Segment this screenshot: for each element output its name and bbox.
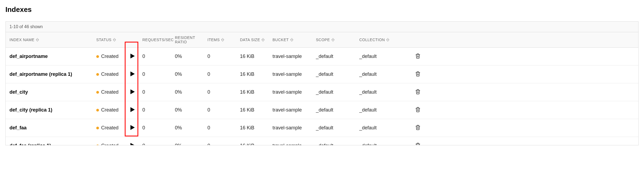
- index-name-cell: def_airportname: [6, 49, 92, 64]
- col-collection-label: COLLECTION: [359, 38, 385, 42]
- col-resident: RESIDENT RATIO: [171, 32, 204, 47]
- col-actions: [410, 37, 426, 43]
- delete-button[interactable]: [414, 141, 422, 145]
- bucket-cell: travel-sample: [269, 139, 312, 145]
- status-cell: Created: [96, 125, 118, 131]
- delete-button[interactable]: [414, 70, 422, 79]
- status-dot-icon: [96, 145, 99, 145]
- col-items[interactable]: ITEMS: [204, 34, 236, 45]
- play-button[interactable]: [129, 70, 136, 78]
- status-cell: Created: [96, 54, 118, 59]
- col-datasize-label: DATA SIZE: [240, 38, 260, 42]
- play-icon: [130, 55, 135, 59]
- status-cell: Created: [96, 71, 118, 77]
- scope-cell: _default: [312, 103, 355, 117]
- sort-icon: [221, 38, 224, 41]
- items-cell: 0: [204, 49, 236, 64]
- sort-icon: [290, 38, 293, 41]
- scope-cell: _default: [312, 49, 355, 64]
- status-dot-icon: [96, 55, 99, 58]
- trash-icon: [415, 127, 421, 131]
- delete-button[interactable]: [414, 106, 422, 114]
- play-icon: [130, 91, 135, 95]
- delete-button[interactable]: [414, 88, 422, 97]
- requests-cell: 0: [139, 85, 171, 99]
- collection-cell: _default: [355, 49, 410, 64]
- sort-icon: [113, 38, 116, 41]
- col-resident-label: RESIDENT RATIO: [175, 35, 200, 44]
- index-name-cell: def_city: [6, 85, 92, 99]
- size-cell: 16 KiB: [236, 49, 269, 64]
- scope-cell: _default: [312, 67, 355, 81]
- indexes-table: 1-10 of 46 shown INDEX NAME STATUS REQUE…: [5, 21, 639, 145]
- table-row[interactable]: def_faa Created 0 0% 0 16 KiB travel-sam…: [6, 119, 638, 137]
- collection-cell: _default: [355, 139, 410, 145]
- bucket-cell: travel-sample: [269, 103, 312, 117]
- play-button[interactable]: [129, 142, 136, 145]
- scope-cell: _default: [312, 85, 355, 99]
- size-cell: 16 KiB: [236, 139, 269, 145]
- bucket-cell: travel-sample: [269, 121, 312, 135]
- play-button[interactable]: [129, 88, 136, 96]
- status-cell: Created: [96, 107, 118, 113]
- trash-icon: [415, 74, 421, 78]
- play-button[interactable]: [129, 124, 136, 132]
- table-row[interactable]: def_airportname (replica 1) Created 0 0%…: [6, 66, 638, 83]
- table-row[interactable]: def_faa (replica 1) Created 0 0% 0 16 Ki…: [6, 137, 638, 145]
- ratio-cell: 0%: [171, 139, 204, 145]
- table-row[interactable]: def_city Created 0 0% 0 16 KiB travel-sa…: [6, 83, 638, 101]
- sort-icon: [386, 38, 389, 41]
- index-name-cell: def_faa (replica 1): [6, 139, 92, 145]
- requests-cell: 0: [139, 103, 171, 117]
- status-text: Created: [101, 143, 118, 145]
- delete-button[interactable]: [414, 52, 422, 61]
- col-bucket[interactable]: BUCKET: [269, 34, 312, 45]
- col-datasize[interactable]: DATA SIZE: [236, 34, 269, 45]
- col-index-name-label: INDEX NAME: [9, 38, 34, 42]
- sort-icon: [262, 38, 264, 41]
- play-icon: [130, 145, 135, 145]
- requests-cell: 0: [139, 121, 171, 135]
- play-button[interactable]: [129, 106, 136, 114]
- col-bucket-label: BUCKET: [273, 38, 289, 42]
- scope-cell: _default: [312, 139, 355, 145]
- col-collection[interactable]: COLLECTION: [355, 34, 410, 45]
- ratio-cell: 0%: [171, 67, 204, 81]
- index-name-cell: def_faa: [6, 121, 92, 135]
- collection-cell: _default: [355, 85, 410, 99]
- ratio-cell: 0%: [171, 49, 204, 64]
- col-requests-label: REQUESTS/SEC: [142, 38, 174, 42]
- status-dot-icon: [96, 73, 99, 76]
- status-text: Created: [101, 107, 118, 113]
- table-header: INDEX NAME STATUS REQUESTS/SEC RESIDENT …: [6, 32, 638, 48]
- page-title: Indexes: [5, 5, 639, 14]
- play-button[interactable]: [129, 53, 136, 60]
- items-cell: 0: [204, 103, 236, 117]
- delete-button[interactable]: [414, 123, 422, 132]
- size-cell: 16 KiB: [236, 103, 269, 117]
- trash-icon: [415, 109, 421, 113]
- ratio-cell: 0%: [171, 103, 204, 117]
- col-index-name[interactable]: INDEX NAME: [6, 34, 92, 45]
- trash-icon: [415, 56, 421, 60]
- requests-cell: 0: [139, 139, 171, 145]
- col-status[interactable]: STATUS: [92, 34, 139, 45]
- table-row[interactable]: def_city (replica 1) Created 0 0% 0 16 K…: [6, 101, 638, 119]
- index-name-cell: def_airportname (replica 1): [6, 67, 92, 81]
- status-dot-icon: [96, 127, 99, 129]
- status-text: Created: [101, 54, 118, 59]
- bucket-cell: travel-sample: [269, 49, 312, 64]
- size-cell: 16 KiB: [236, 85, 269, 99]
- pagination-label: 1-10 of 46 shown: [6, 22, 638, 32]
- size-cell: 16 KiB: [236, 67, 269, 81]
- status-cell: Created: [96, 143, 118, 145]
- status-text: Created: [101, 89, 118, 95]
- index-name-cell: def_city (replica 1): [6, 103, 92, 117]
- col-scope[interactable]: SCOPE: [312, 34, 355, 45]
- col-scope-label: SCOPE: [316, 38, 330, 42]
- sort-icon: [332, 38, 334, 41]
- requests-cell: 0: [139, 67, 171, 81]
- table-row[interactable]: def_airportname Created 0 0% 0 16 KiB tr…: [6, 48, 638, 66]
- ratio-cell: 0%: [171, 85, 204, 99]
- col-requests: REQUESTS/SEC: [139, 34, 171, 45]
